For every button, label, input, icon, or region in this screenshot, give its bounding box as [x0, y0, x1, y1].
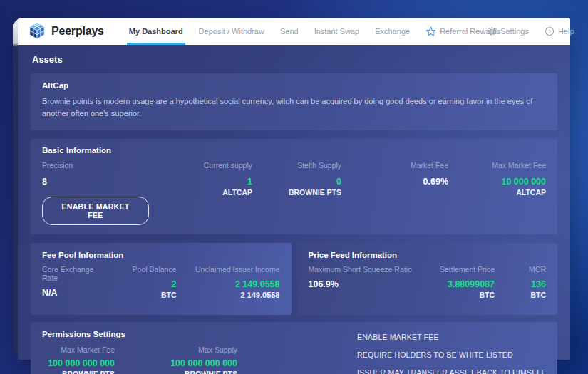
field-max-market-fee: Max Market Fee 10 000 000 ALTCAP — [448, 161, 546, 197]
permission-flag: REQUIRE HOLDERS TO BE WHITE LISTED — [357, 350, 546, 359]
price-feed-information-card: Price Feed Information Maximum Short Squ… — [297, 243, 558, 315]
permission-flags-list: ENABLE MARKET FEE REQUIRE HOLDERS TO BE … — [286, 330, 546, 374]
field-perm-max-supply: Max Supply 100 000 000 000 BROWNIE PTS — [115, 346, 237, 374]
enable-market-fee-button[interactable]: ENABLE MARKET FEE — [42, 197, 149, 225]
help-icon: ? — [545, 26, 555, 36]
asset-description-card: AltCap Brownie points is modern usage ar… — [31, 73, 557, 130]
field-mcr: MCR 136 BTC — [495, 265, 546, 299]
app-window: Peerplays My Dashboard Deposit / Withdra… — [18, 18, 570, 360]
gear-icon — [487, 26, 497, 36]
field-settlement-price: Settlement Price 3.88099087 BTC — [413, 265, 495, 299]
field-core-exchange-rate: Core Exchange Rate N/A — [42, 265, 109, 299]
peerplays-cube-icon — [28, 21, 46, 42]
asset-name: AltCap — [42, 81, 546, 90]
asset-description: Brownie points is modern usage are a hyp… — [42, 95, 546, 120]
permission-flag: ENABLE MARKET FEE — [357, 333, 546, 341]
nav-item-deposit-withdraw[interactable]: Deposit / Withdraw — [191, 18, 272, 45]
page-title: Assets — [32, 54, 556, 65]
qr-code-icon[interactable] — [582, 18, 588, 45]
field-pool-balance: Pool Balance 2 BTC — [109, 265, 177, 299]
fee-pool-information-card: Fee Pool Information Core Exchange Rate … — [31, 243, 292, 315]
field-precision: Precision 8 — [42, 161, 149, 197]
nav-right-group: Referral Rewards Settings — [418, 18, 588, 45]
field-current-supply: Current supply 1 ALTCAP — [149, 161, 252, 197]
nav-item-settings[interactable]: Settings — [479, 18, 537, 45]
nav-menu: My Dashboard Deposit / Withdraw Send Ins… — [121, 18, 588, 45]
star-icon — [425, 26, 436, 37]
window-edge-decoration — [13, 19, 18, 355]
top-navigation-bar: Peerplays My Dashboard Deposit / Withdra… — [18, 18, 570, 45]
field-max-short-squeeze-ratio: Maximum Short Squeeze Ratio 106.9% — [309, 265, 413, 299]
nav-item-referral-rewards[interactable]: Referral Rewards — [418, 18, 479, 45]
permission-flag: ISSUER MAY TRANSFER ASSET BACK TO HIMSEL… — [357, 368, 546, 374]
nav-item-send[interactable]: Send — [272, 18, 306, 45]
nav-item-instant-swap[interactable]: Instant Swap — [306, 18, 368, 45]
nav-item-help[interactable]: ? Help — [537, 18, 582, 45]
nav-item-exchange[interactable]: Exchange — [367, 18, 418, 45]
svg-text:?: ? — [548, 28, 552, 35]
field-market-fee: Market Fee 0.69% — [341, 161, 448, 197]
main-panel: Assets AltCap Brownie points is modern u… — [18, 45, 570, 360]
brand-name: Peerplays — [51, 25, 104, 38]
basic-information-card: Basic Information Precision 8 Current su… — [31, 139, 557, 234]
field-unclaimed-issuer-income: Unclaimed Issuer Income 2 149.0558 2 149… — [177, 265, 280, 299]
field-stelth-supply: Stelth Supply 0 BROWNIE PTS — [252, 161, 341, 197]
peerplays-logo[interactable]: Peerplays — [28, 18, 111, 45]
permissions-settings-card: Permissions Settings Max Market Fee 100 … — [31, 322, 557, 374]
nav-item-my-dashboard[interactable]: My Dashboard — [121, 18, 191, 45]
field-perm-max-market-fee: Max Market Fee 100 000 000 000 BROWNIE P… — [42, 346, 115, 374]
